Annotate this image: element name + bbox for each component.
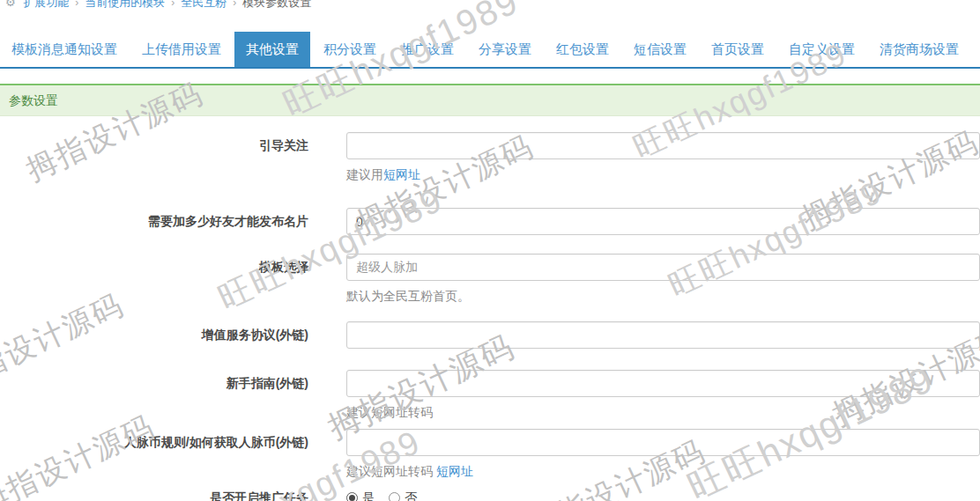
template-select-select[interactable] [346, 254, 980, 281]
short-url-hint-text: 建议短网址转码 [346, 464, 436, 478]
breadcrumb-item-2[interactable]: 全民互粉 [181, 0, 226, 9]
newbie-guide-control: 建议短网址转码 [346, 370, 980, 421]
value-added-agreement-input[interactable] [346, 321, 980, 349]
promo-task-radio-label-否: 否 [405, 490, 417, 501]
form-row-template-select: 模板选择默认为全民互粉首页。 [0, 254, 980, 305]
template-select-hint: 默认为全民互粉首页。 [346, 287, 980, 305]
tab-积分设置[interactable]: 积分设置 [312, 32, 388, 67]
value-added-agreement-control [346, 321, 980, 349]
breadcrumb-bar: ⚙ 扩展功能›当前使用的模块›全民互粉›模块参数设置 [0, 0, 980, 13]
gear-icon: ⚙ [5, 0, 16, 9]
tab-清货商场设置[interactable]: 清货商场设置 [868, 32, 970, 67]
promo-task-radio-是[interactable] [346, 492, 358, 501]
section-title: 参数设置 [9, 93, 58, 107]
tab-上传借用设置[interactable]: 上传借用设置 [130, 32, 233, 67]
newbie-guide-hint: 建议短网址转码 [346, 403, 980, 421]
tab-推广设置[interactable]: 推广设置 [390, 32, 465, 67]
breadcrumb-separator: › [171, 0, 174, 9]
guide-follow-input[interactable] [346, 132, 980, 159]
form-row-guide-follow: 引导关注建议用短网址 [0, 132, 980, 183]
renmaibi-rules-input[interactable] [346, 429, 980, 456]
tab-短信设置[interactable]: 短信设置 [622, 32, 698, 67]
promo-task-radio-label-是: 是 [362, 490, 375, 501]
form-row-value-added-agreement: 增值服务协议(外链) [0, 321, 980, 349]
template-select-label: 模板选择 [0, 254, 308, 281]
breadcrumb-item-0[interactable]: 扩展功能 [23, 0, 69, 9]
newbie-guide-input[interactable] [346, 370, 980, 397]
tab-自定义设置[interactable]: 自定义设置 [777, 32, 866, 67]
promo-task-radio-group: 是否 [346, 484, 980, 501]
short-url-hint-text: 默认为全民互粉首页。 [346, 289, 470, 303]
short-url-hint-text: 建议短网址转码 [346, 405, 433, 419]
form-row-newbie-guide: 新手指南(外链)建议短网址转码 [0, 370, 980, 421]
breadcrumb-item-1[interactable]: 当前使用的模块 [85, 0, 165, 9]
newbie-guide-label: 新手指南(外链) [0, 370, 308, 397]
settings-page: { "breadcrumb": { "icon": "gear-icon", "… [0, 0, 980, 501]
renmaibi-rules-hint: 建议短网址转码 短网址 [346, 462, 980, 480]
breadcrumb-item-3: 模块参数设置 [242, 0, 311, 9]
tab-其他设置[interactable]: 其他设置 [234, 32, 310, 67]
short-url-link[interactable]: 短网址 [436, 464, 473, 478]
form-row-renmaibi-rules: 人脉币规则/如何获取人脉币(外链)建议短网址转码 短网址 [0, 429, 980, 480]
guide-follow-control: 建议用短网址 [346, 132, 980, 183]
tab-模板消息通知设置[interactable]: 模板消息通知设置 [0, 32, 129, 67]
template-select-control: 默认为全民互粉首页。 [346, 254, 980, 305]
breadcrumb: ⚙ 扩展功能›当前使用的模块›全民互粉›模块参数设置 [5, 0, 311, 12]
short-url-link[interactable]: 短网址 [383, 167, 420, 181]
form-row-friends-required: 需要加多少好友才能发布名片 [0, 208, 980, 235]
guide-follow-hint: 建议用短网址 [346, 166, 980, 183]
short-url-hint-text: 建议用 [346, 167, 383, 181]
promo-task-control: 是否 [346, 484, 980, 501]
tab-分享设置[interactable]: 分享设置 [467, 32, 543, 67]
parameter-form: 引导关注建议用短网址需要加多少好友才能发布名片模板选择默认为全民互粉首页。增值服… [0, 132, 980, 501]
friends-required-label: 需要加多少好友才能发布名片 [0, 208, 308, 235]
renmaibi-rules-control: 建议短网址转码 短网址 [346, 429, 980, 480]
form-row-promo-task: 是否开启推广任务是否 [0, 484, 980, 501]
breadcrumb-separator: › [233, 0, 236, 9]
friends-required-control [346, 208, 980, 235]
section-header: 参数设置 [0, 84, 980, 116]
tab-红包设置[interactable]: 红包设置 [545, 32, 620, 67]
settings-tab-bar: 模板消息通知设置上传借用设置其他设置积分设置推广设置分享设置红包设置短信设置首页… [0, 32, 980, 69]
tab-首页设置[interactable]: 首页设置 [700, 32, 776, 67]
renmaibi-rules-label: 人脉币规则/如何获取人脉币(外链) [0, 429, 308, 456]
promo-task-label: 是否开启推广任务 [0, 484, 308, 501]
promo-task-radio-否[interactable] [389, 492, 400, 501]
guide-follow-label: 引导关注 [0, 132, 308, 159]
breadcrumb-separator: › [75, 0, 78, 9]
friends-required-input[interactable] [346, 208, 980, 235]
value-added-agreement-label: 增值服务协议(外链) [0, 321, 308, 349]
